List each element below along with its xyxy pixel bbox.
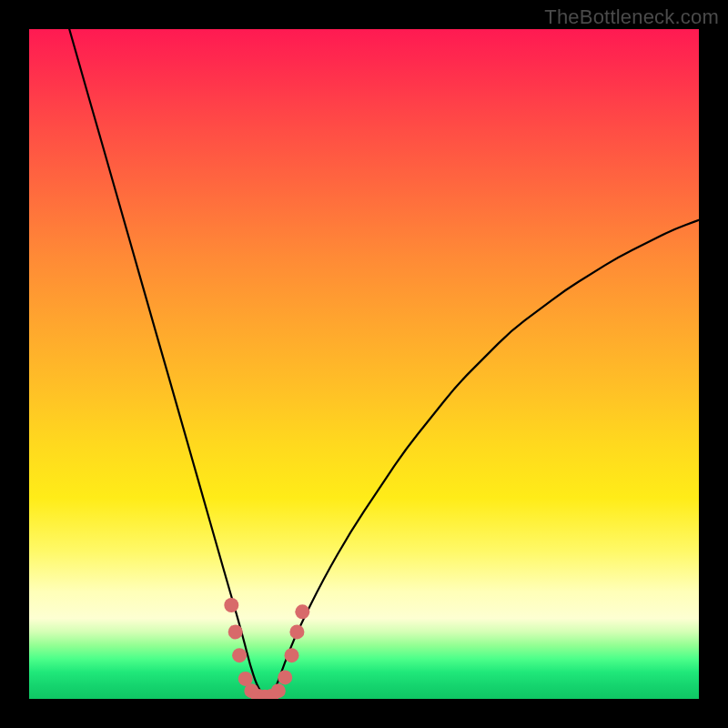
plot-area xyxy=(29,29,699,699)
bottleneck-curve xyxy=(69,29,699,695)
valley-dot xyxy=(271,683,286,698)
valley-dot xyxy=(224,598,238,612)
valley-dot xyxy=(289,624,304,639)
watermark-text: TheBottleneck.com xyxy=(544,5,719,29)
chart-frame: TheBottleneck.com xyxy=(0,0,728,728)
valley-dot xyxy=(232,648,247,662)
valley-dot xyxy=(228,624,243,639)
valley-dot xyxy=(285,648,299,662)
valley-dot xyxy=(295,604,309,619)
curve-svg xyxy=(29,29,699,699)
valley-dot xyxy=(278,670,292,684)
